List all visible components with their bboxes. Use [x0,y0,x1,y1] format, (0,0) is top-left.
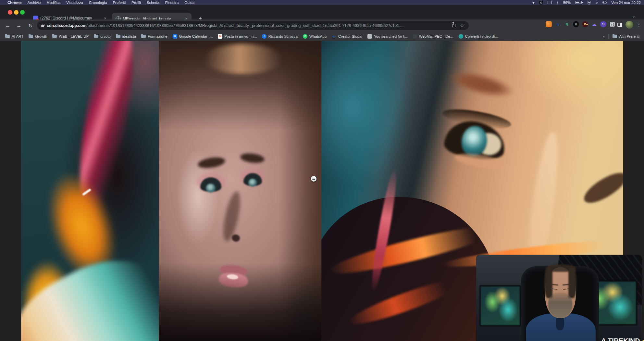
google-calendar-icon: 31 [173,34,177,39]
hair [546,264,576,272]
bookmark-folder[interactable]: Growth [29,34,47,38]
document-icon [367,34,372,39]
menu-item-guida[interactable]: Guida [181,1,197,5]
bookmark-search-result[interactable]: You searched for I... [367,34,407,39]
traffic-light-close[interactable] [8,10,12,15]
artwork-panel-abstract [21,41,159,341]
menu-item-modifica[interactable]: Modifica [43,1,63,5]
bookmarks-bar: AI ART Growth WEB - LEVEL-UP crypto idea… [0,32,644,41]
bookmark-video-converter[interactable]: Converti i video di... [459,34,498,39]
bookmark-creator-studio[interactable]: ∞Creator Studio [332,34,362,39]
back-button[interactable]: ← [4,22,12,30]
folder-icon [141,35,146,38]
chrome-buttons: ⚙ ⋮ [610,21,641,29]
other-bookmarks-folder[interactable]: Altri Preferiti [613,34,639,38]
bookmark-folder[interactable]: crypto [94,34,110,38]
screen: Chrome Archivio Modifica Visualizza Cron… [0,0,644,341]
extension-icon-blue-waves[interactable]: ≈ [555,21,561,27]
whatsapp-icon: ✆ [303,34,307,39]
monitor-left [479,285,521,327]
traffic-light-zoom[interactable] [20,10,25,15]
menu-item-cronologia[interactable]: Cronologia [86,1,110,5]
wifi-icon[interactable]: 〶 [587,0,591,5]
folder-icon [5,35,10,38]
reload-button[interactable]: ↻ [27,22,34,30]
facebook-icon: f [262,34,266,39]
zoom-out-cursor [311,176,317,182]
menu-item-profili[interactable]: Profili [129,1,144,5]
far-eyebrow [580,168,623,208]
extensions-puzzle-icon[interactable]: ⚙ [610,22,614,28]
hair-highlight [204,44,282,74]
folder-icon [29,35,33,38]
url-domain: cdn.discordapp.com [47,23,86,28]
folder-icon [52,35,57,38]
extensions-row: ≈ N ✕ ☁ S [546,21,615,27]
side-panel-icon[interactable] [617,23,622,27]
bookmark-whatsapp[interactable]: ✆WhatsApp [303,34,327,39]
bluetooth-icon[interactable]: ᚼ [556,0,559,5]
location-arrow-icon[interactable]: ➤ [531,0,536,5]
face-light [168,131,227,263]
share-icon[interactable] [452,24,455,27]
extension-icon-green-n[interactable]: N [564,21,570,27]
converter-icon [459,34,463,39]
folder-icon [613,35,617,38]
menu-item-preferiti[interactable]: Preferiti [110,1,129,5]
lock-icon[interactable] [41,25,44,27]
browser-menu-icon[interactable]: ⋮ [637,22,641,28]
browser-toolbar: ← → ↻ cdn.discordapp.com /attachments/10… [0,19,644,32]
extension-icon-purple-s[interactable]: S [600,21,606,27]
meta-icon: ∞ [332,34,336,39]
menubar-clock[interactable]: Ven 24 mar 20:22 [611,0,641,5]
bookmark-google-calendar[interactable]: 31Google Calendar -... [173,34,213,39]
folder-icon [116,35,120,38]
bookmark-gmail[interactable]: MPosta in arrivo - ri... [218,34,257,39]
macos-menu-bar: Chrome Archivio Modifica Visualizza Cron… [0,0,644,5]
control-center-icon[interactable] [602,0,607,5]
address-bar[interactable]: cdn.discordapp.com /attachments/10135123… [37,21,469,30]
right-eyebrow [240,152,265,164]
display-icon[interactable] [548,0,552,5]
watermark-partial: A TIREKIND ✦ [601,337,644,341]
menu-item-finestra[interactable]: Finestra [162,1,182,5]
folder-icon [94,35,98,38]
webmail-icon [413,34,417,39]
menu-item-scheda[interactable]: Scheda [144,1,162,5]
nostril [231,234,241,243]
extension-icon-black-circle[interactable]: ✕ [573,21,579,27]
bookmark-folder[interactable]: idealista [116,34,136,38]
bookmark-folder[interactable]: AI ART [5,34,23,38]
menu-app-name[interactable]: Chrome [5,1,24,5]
left-iris [206,183,216,192]
extension-icon-key[interactable] [582,21,588,27]
bookmark-webmail-pec[interactable]: WebMail PEC - De... [413,34,453,39]
right-iris [248,179,257,187]
url-path: /attachments/1013512335442333816/1088905… [86,23,447,28]
bookmark-folder[interactable]: WEB - LEVEL-UP [52,34,89,38]
bookmarks-overflow-icon[interactable]: » [602,34,604,38]
gmail-icon: M [218,34,222,39]
bookmark-folder[interactable]: Formazione [141,34,167,38]
traffic-light-minimize[interactable] [14,10,19,15]
webcam-overlay [476,255,642,341]
extension-icon-orange[interactable] [546,21,552,27]
extension-icon-purple-cloud[interactable]: ☁ [591,21,597,27]
battery-icon[interactable] [575,1,583,4]
profile-avatar[interactable] [625,21,633,29]
forward-button[interactable]: → [15,22,23,30]
divider [608,34,609,39]
menubar-app-icon[interactable] [539,0,543,5]
spotlight-search-icon[interactable]: ⌕ [596,0,598,5]
artwork-panel-portrait [159,41,321,341]
menu-item-visualizza[interactable]: Visualizza [63,1,86,5]
bookmark-star-icon[interactable]: ☆ [460,23,464,29]
star-icon: ✦ [642,337,644,341]
menu-item-archivio[interactable]: Archivio [24,1,43,5]
tab-strip: (2762) Discord | @Midjourney × MRregista… [0,5,644,19]
bookmark-facebook[interactable]: fRiccardo Scrocca [262,34,298,39]
tab-search-chevron-icon[interactable]: ⌄ [632,14,636,19]
battery-percent: 56% [563,0,571,5]
